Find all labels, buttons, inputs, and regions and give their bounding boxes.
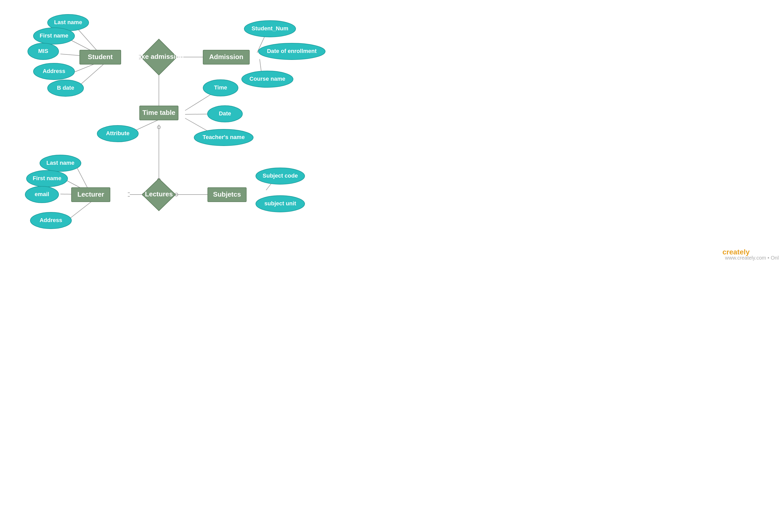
diamond-take-admission-label: Take admission: [134, 53, 184, 60]
attr-course-name-label: Course name: [249, 76, 285, 82]
attr-attribute-label: Attribute: [106, 130, 130, 136]
attr-subject-code-label: Subject code: [263, 173, 298, 179]
attr-last-name-lecturer-label: Last name: [47, 159, 74, 166]
attr-first-name-student-label: First name: [40, 32, 68, 39]
attr-mis-label: MIS: [38, 48, 48, 54]
attr-address-lecturer-label: Address: [40, 217, 62, 223]
entity-timetable-label: Time table: [142, 109, 175, 117]
svg-line-22: [68, 202, 91, 220]
attr-last-name-student-label: Last name: [54, 19, 82, 25]
attr-date-label: Date: [219, 110, 231, 117]
attr-bdate-label: B date: [57, 84, 74, 91]
entity-student-label: Student: [88, 53, 113, 61]
attr-teacher-name-label: Teacher's name: [202, 134, 245, 140]
attr-student-num-label: Student_Num: [252, 25, 289, 31]
attr-date-enrollment-label: Date of enrollment: [267, 48, 317, 54]
brand-logo: creately: [722, 248, 750, 256]
attr-email-label: email: [35, 191, 49, 197]
entity-lecturer-label: Lecturer: [77, 190, 104, 198]
attr-first-name-lecturer-label: First name: [33, 175, 61, 182]
entity-subjects-label: Subjetcs: [213, 190, 241, 198]
attr-address-student-label: Address: [43, 68, 65, 74]
attr-time-label: Time: [214, 84, 227, 91]
er-diagram: Student Admission Time table Lecturer Su…: [0, 0, 779, 532]
attr-subject-unit-label: subject unit: [264, 200, 296, 207]
svg-line-11: [77, 28, 98, 51]
diamond-lectures-label: Lectures: [145, 190, 173, 198]
entity-admission-label: Admission: [209, 53, 243, 61]
